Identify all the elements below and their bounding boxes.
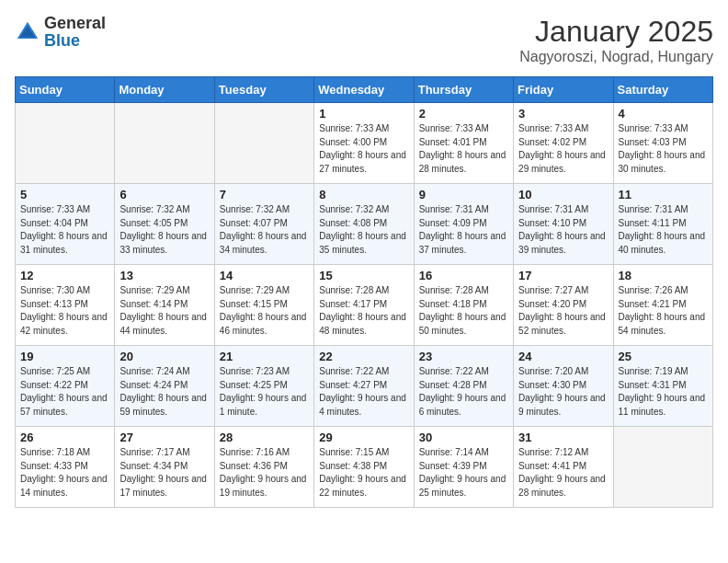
day-info: Sunrise: 7:30 AMSunset: 4:13 PMDaylight:…: [20, 284, 109, 338]
calendar-cell: [16, 103, 115, 184]
calendar-cell: 2Sunrise: 7:33 AMSunset: 4:01 PMDaylight…: [414, 103, 513, 184]
day-number: 3: [518, 107, 608, 121]
day-number: 18: [619, 269, 708, 282]
calendar-week-row: 19Sunrise: 7:25 AMSunset: 4:22 PMDayligh…: [16, 346, 713, 427]
logo-general: General: [44, 15, 106, 32]
calendar-week-row: 5Sunrise: 7:33 AMSunset: 4:04 PMDaylight…: [16, 184, 713, 265]
day-info: Sunrise: 7:24 AMSunset: 4:24 PMDaylight:…: [119, 365, 209, 419]
weekday-wednesday: Wednesday: [314, 77, 414, 103]
day-number: 29: [319, 431, 408, 444]
calendar-table: SundayMondayTuesdayWednesdayThursdayFrid…: [15, 76, 713, 508]
day-number: 30: [419, 431, 508, 444]
day-number: 28: [220, 431, 309, 444]
calendar-cell: 28Sunrise: 7:16 AMSunset: 4:36 PMDayligh…: [214, 427, 313, 508]
day-info: Sunrise: 7:20 AMSunset: 4:30 PMDaylight:…: [518, 365, 608, 419]
day-info: Sunrise: 7:28 AMSunset: 4:18 PMDaylight:…: [419, 284, 508, 338]
day-number: 10: [518, 188, 608, 201]
calendar-week-row: 12Sunrise: 7:30 AMSunset: 4:13 PMDayligh…: [16, 265, 713, 346]
calendar-cell: 5Sunrise: 7:33 AMSunset: 4:04 PMDaylight…: [16, 184, 115, 265]
day-info: Sunrise: 7:22 AMSunset: 4:28 PMDaylight:…: [419, 365, 508, 419]
weekday-header-row: SundayMondayTuesdayWednesdayThursdayFrid…: [16, 77, 713, 103]
day-number: 24: [518, 350, 608, 363]
calendar-cell: 17Sunrise: 7:27 AMSunset: 4:20 PMDayligh…: [514, 265, 613, 346]
day-number: 11: [619, 188, 708, 201]
calendar-cell: 29Sunrise: 7:15 AMSunset: 4:38 PMDayligh…: [314, 427, 414, 508]
day-info: Sunrise: 7:29 AMSunset: 4:14 PMDaylight:…: [119, 284, 209, 338]
calendar-cell: 13Sunrise: 7:29 AMSunset: 4:14 PMDayligh…: [115, 265, 214, 346]
day-info: Sunrise: 7:22 AMSunset: 4:27 PMDaylight:…: [319, 365, 408, 419]
day-number: 19: [20, 350, 109, 363]
day-info: Sunrise: 7:23 AMSunset: 4:25 PMDaylight:…: [220, 365, 309, 419]
day-number: 27: [119, 431, 209, 444]
weekday-friday: Friday: [514, 77, 613, 103]
weekday-tuesday: Tuesday: [214, 77, 313, 103]
day-number: 17: [518, 269, 608, 282]
day-number: 2: [419, 107, 508, 121]
day-info: Sunrise: 7:32 AMSunset: 4:08 PMDaylight:…: [319, 203, 408, 257]
calendar-cell: 6Sunrise: 7:32 AMSunset: 4:05 PMDaylight…: [115, 184, 214, 265]
day-info: Sunrise: 7:15 AMSunset: 4:38 PMDaylight:…: [319, 446, 408, 500]
day-number: 16: [419, 269, 508, 282]
calendar-cell: 20Sunrise: 7:24 AMSunset: 4:24 PMDayligh…: [115, 346, 214, 427]
day-info: Sunrise: 7:31 AMSunset: 4:10 PMDaylight:…: [518, 203, 608, 257]
calendar-cell: 10Sunrise: 7:31 AMSunset: 4:10 PMDayligh…: [514, 184, 613, 265]
calendar-cell: 14Sunrise: 7:29 AMSunset: 4:15 PMDayligh…: [214, 265, 313, 346]
day-info: Sunrise: 7:27 AMSunset: 4:20 PMDaylight:…: [518, 284, 608, 338]
calendar-cell: 23Sunrise: 7:22 AMSunset: 4:28 PMDayligh…: [414, 346, 513, 427]
calendar-cell: 16Sunrise: 7:28 AMSunset: 4:18 PMDayligh…: [414, 265, 513, 346]
day-info: Sunrise: 7:28 AMSunset: 4:17 PMDaylight:…: [319, 284, 408, 338]
calendar-cell: 1Sunrise: 7:33 AMSunset: 4:00 PMDaylight…: [314, 103, 414, 184]
calendar-cell: [214, 103, 313, 184]
day-info: Sunrise: 7:33 AMSunset: 4:04 PMDaylight:…: [20, 203, 109, 257]
day-info: Sunrise: 7:25 AMSunset: 4:22 PMDaylight:…: [20, 365, 109, 419]
day-info: Sunrise: 7:33 AMSunset: 4:00 PMDaylight:…: [319, 122, 408, 176]
calendar-cell: 22Sunrise: 7:22 AMSunset: 4:27 PMDayligh…: [314, 346, 414, 427]
day-number: 7: [220, 188, 309, 201]
page-header: General Blue January 2025 Nagyoroszi, No…: [15, 15, 713, 65]
day-info: Sunrise: 7:32 AMSunset: 4:07 PMDaylight:…: [220, 203, 309, 257]
weekday-thursday: Thursday: [414, 77, 513, 103]
day-number: 1: [319, 107, 408, 121]
day-info: Sunrise: 7:12 AMSunset: 4:41 PMDaylight:…: [518, 446, 608, 500]
weekday-saturday: Saturday: [613, 77, 712, 103]
calendar-cell: 4Sunrise: 7:33 AMSunset: 4:03 PMDaylight…: [613, 103, 712, 184]
day-number: 9: [419, 188, 508, 201]
location-title: Nagyoroszi, Nograd, Hungary: [519, 49, 713, 65]
calendar-cell: 12Sunrise: 7:30 AMSunset: 4:13 PMDayligh…: [16, 265, 115, 346]
title-area: January 2025 Nagyoroszi, Nograd, Hungary: [519, 15, 713, 65]
calendar-cell: 8Sunrise: 7:32 AMSunset: 4:08 PMDaylight…: [314, 184, 414, 265]
day-info: Sunrise: 7:33 AMSunset: 4:02 PMDaylight:…: [518, 122, 608, 176]
calendar-cell: 26Sunrise: 7:18 AMSunset: 4:33 PMDayligh…: [16, 427, 115, 508]
month-title: January 2025: [519, 15, 713, 49]
day-number: 6: [119, 188, 209, 201]
day-number: 26: [20, 431, 109, 444]
weekday-monday: Monday: [115, 77, 214, 103]
day-number: 31: [518, 431, 608, 444]
calendar-cell: 11Sunrise: 7:31 AMSunset: 4:11 PMDayligh…: [613, 184, 712, 265]
day-number: 22: [319, 350, 408, 363]
calendar-week-row: 26Sunrise: 7:18 AMSunset: 4:33 PMDayligh…: [16, 427, 713, 508]
calendar-cell: 24Sunrise: 7:20 AMSunset: 4:30 PMDayligh…: [514, 346, 613, 427]
logo-icon: [15, 19, 40, 45]
day-info: Sunrise: 7:32 AMSunset: 4:05 PMDaylight:…: [119, 203, 209, 257]
day-info: Sunrise: 7:31 AMSunset: 4:11 PMDaylight:…: [619, 203, 708, 257]
day-info: Sunrise: 7:33 AMSunset: 4:03 PMDaylight:…: [619, 122, 708, 176]
weekday-sunday: Sunday: [16, 77, 115, 103]
day-number: 4: [619, 107, 708, 121]
day-number: 13: [119, 269, 209, 282]
day-number: 8: [319, 188, 408, 201]
calendar-cell: [613, 427, 712, 508]
logo-blue: Blue: [44, 32, 106, 50]
day-number: 21: [220, 350, 309, 363]
calendar-cell: 31Sunrise: 7:12 AMSunset: 4:41 PMDayligh…: [514, 427, 613, 508]
day-info: Sunrise: 7:16 AMSunset: 4:36 PMDaylight:…: [220, 446, 309, 500]
day-info: Sunrise: 7:14 AMSunset: 4:39 PMDaylight:…: [419, 446, 508, 500]
day-number: 20: [119, 350, 209, 363]
calendar-cell: 25Sunrise: 7:19 AMSunset: 4:31 PMDayligh…: [613, 346, 712, 427]
logo: General Blue: [15, 15, 106, 50]
calendar-cell: 3Sunrise: 7:33 AMSunset: 4:02 PMDaylight…: [514, 103, 613, 184]
day-number: 15: [319, 269, 408, 282]
calendar-cell: 18Sunrise: 7:26 AMSunset: 4:21 PMDayligh…: [613, 265, 712, 346]
day-number: 25: [619, 350, 708, 363]
day-info: Sunrise: 7:33 AMSunset: 4:01 PMDaylight:…: [419, 122, 508, 176]
